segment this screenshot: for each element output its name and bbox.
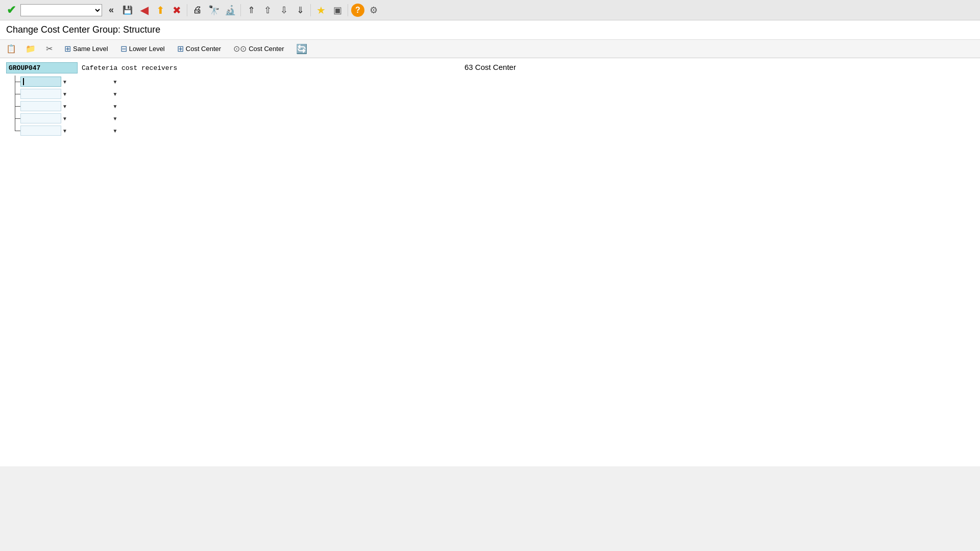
bookmark-icon[interactable]: ★	[314, 3, 328, 17]
dropdown-arrow-desc-3[interactable]: ▼	[113, 104, 118, 109]
first-nav-icon[interactable]: ⇑	[244, 3, 258, 17]
group-description: Cafeteria cost receivers	[78, 64, 177, 72]
exit-icon[interactable]: ◀	[137, 3, 151, 17]
tree-node-input-3[interactable]	[20, 101, 61, 111]
layout-icon[interactable]: ▣	[330, 3, 345, 17]
green-check-icon[interactable]: ✔	[4, 3, 18, 17]
tree-row-3: ▼ ▼	[10, 100, 974, 112]
action-toolbar: 📋 📁 ✂ ⊞ Same Level ⊟ Lower Level ⊞ Cost …	[0, 40, 980, 58]
next-nav-icon[interactable]: ⇩	[277, 3, 291, 17]
up-icon[interactable]: ⬆	[153, 3, 167, 17]
divider3	[310, 4, 311, 16]
insert-subtree-icon[interactable]: 📁	[23, 42, 38, 56]
lower-level-icon: ⊟	[120, 44, 127, 54]
refresh-icon[interactable]: 🔄	[295, 42, 309, 56]
same-level-button[interactable]: ⊞ Same Level	[60, 42, 112, 55]
tree-row-4: ▼ ▼	[10, 112, 974, 124]
dropdown-arrow-desc-4[interactable]: ▼	[113, 116, 118, 121]
lower-level-button[interactable]: ⊟ Lower Level	[116, 42, 169, 55]
page-title: Change Cost Center Group: Structure	[0, 20, 980, 40]
print-icon[interactable]: 🖨	[190, 3, 205, 17]
same-level-icon: ⊞	[64, 44, 71, 54]
main-content: Cafeteria cost receivers ▼ ▼ ▼	[0, 58, 980, 466]
dropdown-arrow-2[interactable]: ▼	[62, 91, 67, 97]
group-id-input[interactable]	[6, 62, 78, 73]
cost-center-button1[interactable]: ⊞ Cost Center	[173, 42, 225, 55]
back-nav-icon[interactable]: «	[104, 3, 118, 17]
cost-center-icon2: ⊙⊙	[233, 44, 247, 54]
main-toolbar: ✔ « 💾 ◀ ⬆ ✖ 🖨 🔭 🔬 ⇑ ⇧ ⇩ ⇓ ★	[0, 0, 980, 20]
connector-t-icon	[10, 76, 20, 88]
last-nav-icon[interactable]: ⇓	[293, 3, 307, 17]
dropdown-arrow-1[interactable]: ▼	[62, 79, 67, 85]
connector-t2-icon	[10, 88, 20, 100]
text-cursor	[23, 78, 24, 85]
dropdown-arrow-desc-1[interactable]: ▼	[113, 79, 118, 85]
find-icon[interactable]: 🔭	[207, 3, 221, 17]
find-all-icon[interactable]: 🔬	[223, 3, 237, 17]
tree-node-input-5[interactable]	[20, 126, 61, 136]
connector-t4-icon	[10, 112, 20, 124]
command-select[interactable]	[20, 4, 102, 16]
info-label: 63 Cost Center	[464, 63, 516, 71]
delete-node-icon[interactable]: ✂	[42, 42, 56, 56]
tree-row-2: ▼ ▼	[10, 88, 974, 100]
tree-node-input-1[interactable]	[20, 77, 61, 87]
tree-node-input-2[interactable]	[20, 89, 61, 99]
dropdown-arrow-3[interactable]: ▼	[62, 104, 67, 109]
tree-container: ▼ ▼ ▼ ▼ ▼	[10, 76, 974, 137]
cost-center-button2[interactable]: ⊙⊙ Cost Center	[229, 42, 288, 55]
connector-t3-icon	[10, 100, 20, 112]
help-icon[interactable]: ?	[351, 4, 364, 17]
dropdown-arrow-5[interactable]: ▼	[62, 128, 67, 134]
divider2	[240, 4, 241, 16]
tree-node-input-4[interactable]	[20, 113, 61, 123]
divider1	[187, 4, 187, 16]
insert-node-icon[interactable]: 📋	[4, 42, 18, 56]
tree-row-1: ▼ ▼	[10, 76, 974, 88]
cost-center-icon1: ⊞	[177, 44, 184, 54]
dropdown-arrow-desc-2[interactable]: ▼	[113, 91, 118, 97]
dropdown-arrow-desc-5[interactable]: ▼	[113, 128, 118, 134]
prev-nav-icon[interactable]: ⇧	[260, 3, 275, 17]
cancel-icon[interactable]: ✖	[169, 3, 184, 17]
dropdown-arrow-4[interactable]: ▼	[62, 116, 67, 121]
tree-row-5: ▼ ▼	[10, 124, 974, 137]
connector-l-icon	[10, 124, 20, 137]
divider4	[348, 4, 348, 16]
settings-icon[interactable]: ⚙	[366, 3, 381, 17]
save-icon[interactable]: 💾	[120, 3, 135, 17]
